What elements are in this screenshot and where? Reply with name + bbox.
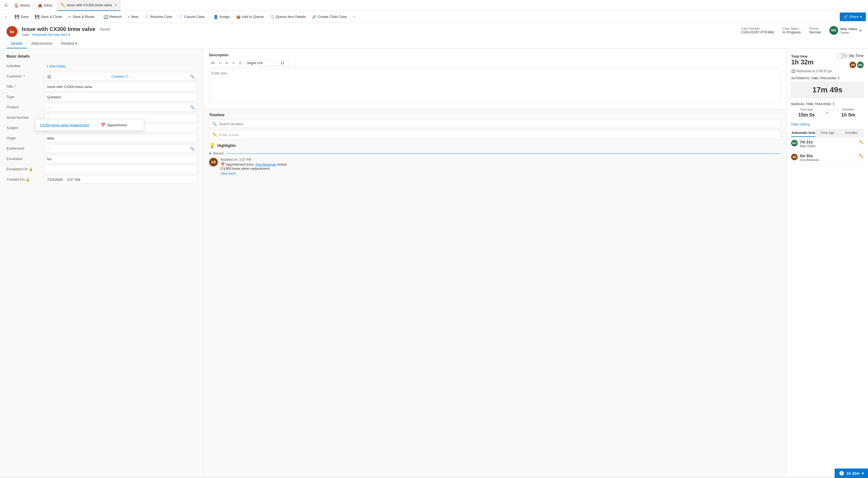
tab-related[interactable]: Related ▾ xyxy=(57,39,82,49)
product-label: Product xyxy=(6,103,44,111)
recent-label: Recent xyxy=(213,152,223,155)
customer-value[interactable]: 🏢 Contoso C... 🔍 xyxy=(44,72,197,81)
queue-item-details-button[interactable]: 🗒️ Queue Item Details xyxy=(267,12,309,21)
edit-icon: ✏️ xyxy=(61,3,65,7)
tab-inbox[interactable]: 📥 Inbox xyxy=(34,0,56,11)
recent-header: ▾ Recent xyxy=(209,151,781,156)
activities-link[interactable]: 1 due today xyxy=(47,64,65,68)
timeline-link[interactable]: Ana Bowman xyxy=(255,162,276,166)
history-tab-activities[interactable]: Activities xyxy=(839,129,863,137)
activities-label: Activities xyxy=(6,62,44,70)
case-status-value: In Progress xyxy=(783,30,801,34)
entitlement-search-icon[interactable]: 🔍 xyxy=(190,147,194,151)
entitlement-value[interactable]: --- 🔍 xyxy=(44,144,197,153)
automatic-tracking-title: AUTOMATIC TIME TRACKING ℹ xyxy=(791,76,864,80)
history-item-1: AB 5m 55s Ana Bowman ✏️ xyxy=(791,154,864,165)
history-item-0: MG 7m 31s Mae Gibbs ✏️ xyxy=(791,140,864,151)
type-label: Type xyxy=(6,93,44,101)
timeline-search-box: 🔍 xyxy=(209,120,781,128)
popup-appointment[interactable]: 📅 Appointment xyxy=(101,123,127,127)
history-avatar-ab: AB xyxy=(791,154,798,160)
form-row-title: Title Issue with CX300 brew valve xyxy=(6,82,197,92)
new-button[interactable]: + New xyxy=(125,12,141,21)
tab-case-close[interactable]: ✕ xyxy=(115,3,117,7)
manual-info-icon: ℹ xyxy=(833,102,834,106)
assign-button[interactable]: 👤 Assign xyxy=(211,12,233,21)
font-selector[interactable]: Segoe UI ▾ xyxy=(244,60,277,66)
save-route-button[interactable]: ↪ Save & Route xyxy=(65,12,97,21)
create-child-case-button[interactable]: 🔗 Create Child Case xyxy=(309,12,349,21)
history-tabs: Automatic time Time logs Activities xyxy=(791,129,864,137)
product-value[interactable]: --- 🔍 xyxy=(44,103,197,111)
popup-link[interactable]: CX300 brew valve replacement xyxy=(40,123,89,127)
refresh-button[interactable]: 🔄 Refresh xyxy=(101,12,125,21)
undo-button[interactable]: ↩ xyxy=(217,61,223,65)
basic-details-title: Basic details xyxy=(6,54,197,58)
hide-history-link[interactable]: Hide history xyxy=(791,122,864,126)
tab-details[interactable]: Details xyxy=(6,39,27,49)
created-on-label: Created On 🔒 xyxy=(6,175,44,184)
add-to-queue-button[interactable]: 📦 Add to Queue xyxy=(233,12,267,21)
redo-button[interactable]: ↪ xyxy=(230,61,236,65)
case-avatar: lw xyxy=(6,26,18,37)
history-tab-time-logs[interactable]: Time logs xyxy=(815,129,839,137)
time-logs-value: 15m 0s xyxy=(791,112,822,118)
overflow-button[interactable]: ⋯ xyxy=(350,12,359,21)
cancel-case-button[interactable]: 📄 Cancel Case xyxy=(176,12,207,21)
tab-home-label: Home xyxy=(20,3,30,7)
timeline-search-input[interactable] xyxy=(219,122,778,126)
tab-inbox-label: Inbox xyxy=(44,3,53,7)
form-row-customer: Customer 🏢 Contoso C... 🔍 xyxy=(6,72,197,82)
history-edit-0[interactable]: ✏️ xyxy=(859,140,864,144)
recent-chevron-icon[interactable]: ▾ xyxy=(209,151,211,156)
calendar-icon: 📅 xyxy=(101,123,105,127)
undo-chevron-button[interactable]: ▾ xyxy=(224,61,229,65)
product-search-icon[interactable]: 🔍 xyxy=(190,105,194,109)
resolve-case-button[interactable]: 📄 Resolve Case xyxy=(142,12,175,21)
type-value[interactable]: Question xyxy=(44,93,197,101)
add-time-log-button[interactable]: + xyxy=(824,110,831,116)
escalated-value[interactable]: No xyxy=(44,155,197,163)
formatting-button[interactable]: ⊡ xyxy=(237,61,243,65)
escalated-on-value[interactable] xyxy=(44,165,197,173)
save-close-button[interactable]: 💾 Save & Close xyxy=(32,12,65,21)
history-tab-automatic[interactable]: Automatic time xyxy=(792,129,815,137)
customer-search-icon[interactable]: 🔍 xyxy=(190,74,194,78)
case-number-value: CAS-01057-P7P4N0 xyxy=(741,30,774,34)
save-button[interactable]: 💾 Save xyxy=(12,12,31,21)
view-more-link[interactable]: View more xyxy=(220,172,781,176)
manual-section: Time logs 15m 0s + Activities 1h 0m xyxy=(791,108,864,118)
note-pencil-icon: ✏️ xyxy=(213,132,217,137)
hamburger-menu[interactable]: ☰ xyxy=(2,2,10,9)
note-placeholder[interactable]: Enter a note... xyxy=(219,133,242,137)
timeline-text: 📅 Appointment from: Ana Bowman Active xyxy=(220,162,781,166)
owner-avatar: MG xyxy=(830,26,838,35)
font-size-selector[interactable]: 11 xyxy=(278,60,289,66)
title-value[interactable]: Issue with CX300 brew valve xyxy=(44,82,197,91)
time-logs-label: Time logs xyxy=(791,108,822,111)
origin-value[interactable]: Web xyxy=(44,134,197,142)
history-name-0: Mae Gibbs xyxy=(800,144,857,148)
font-style-button[interactable]: A▾ xyxy=(209,61,216,65)
tab-case[interactable]: ✏️ Issue with CX300 brew valve ✕ xyxy=(57,0,121,11)
bottom-timer-bar[interactable]: 🕐 1h 32m ▾ xyxy=(835,469,868,477)
owner-chevron-icon[interactable]: ▾ xyxy=(860,28,862,33)
form-row-type: Type Question xyxy=(6,93,197,102)
breadcrumb-form[interactable]: Enhanced full case form xyxy=(32,33,67,37)
history-edit-1[interactable]: ✏️ xyxy=(859,154,864,158)
share-button[interactable]: 🔗 Share ▾ xyxy=(840,12,866,21)
tab-home[interactable]: 🏠 Home xyxy=(11,0,33,11)
tab-attachments[interactable]: Attachments xyxy=(27,39,57,49)
manual-columns: Time logs 15m 0s + Activities 1h 0m xyxy=(791,108,864,118)
activities-value: 1 due today xyxy=(44,62,197,70)
highlights-label: Highlights xyxy=(217,144,236,148)
activities-col: Activities 1h 0m xyxy=(833,108,864,118)
description-textarea[interactable] xyxy=(209,69,781,104)
activity-popup: CX300 brew valve replacement | 📅 Appoint… xyxy=(35,119,144,131)
created-lock-icon: 🔒 xyxy=(26,178,30,182)
back-button[interactable]: ‹ xyxy=(2,13,10,21)
total-time-label: Total time xyxy=(791,54,814,58)
timeline-search-icon: 🔍 xyxy=(212,122,217,126)
manual-tracking-title: MANUAL TIME TRACKING ℹ xyxy=(791,102,864,106)
my-time-toggle[interactable] xyxy=(837,53,848,58)
